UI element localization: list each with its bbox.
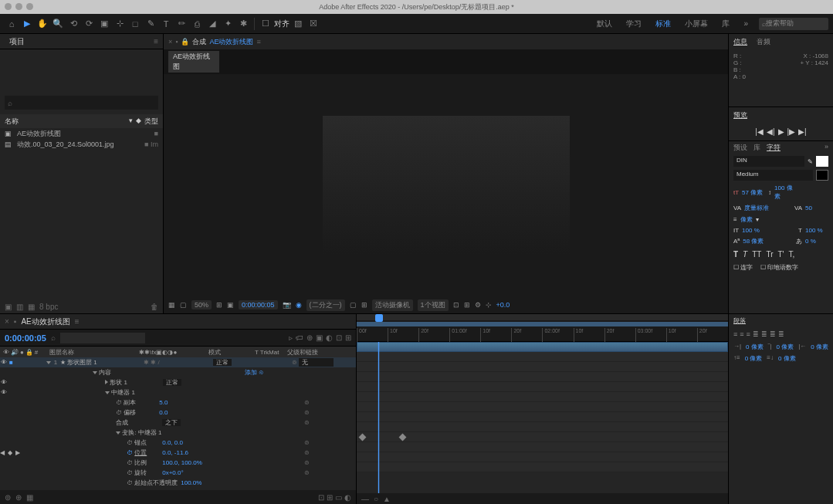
- workspace-more-icon[interactable]: »: [740, 19, 751, 28]
- superscript-button[interactable]: T': [778, 250, 784, 259]
- snap-checkbox[interactable]: ☐: [259, 17, 273, 31]
- type-tool[interactable]: T: [159, 17, 173, 31]
- stroke-color-swatch[interactable]: [816, 170, 828, 181]
- shape-mode-dropdown[interactable]: 正常: [163, 379, 181, 386]
- pen-tool[interactable]: ✎: [144, 17, 157, 31]
- italic-button[interactable]: T: [743, 250, 747, 259]
- blend-mode-dropdown[interactable]: 正常: [213, 359, 232, 366]
- indent-first-value[interactable]: 0 像素: [777, 343, 794, 351]
- solo-column-icon[interactable]: ●: [20, 349, 24, 356]
- timeline-search-input[interactable]: [60, 333, 145, 343]
- justify-all-icon[interactable]: ≣: [778, 330, 784, 338]
- parent-column[interactable]: 父级和链接: [287, 348, 356, 357]
- stopwatch-icon[interactable]: ⏱: [127, 459, 133, 466]
- current-timecode[interactable]: 0:00:00:05: [5, 333, 46, 343]
- mask-icon[interactable]: ▢: [180, 301, 187, 309]
- home-icon[interactable]: ⌂: [5, 17, 19, 31]
- keyframe-icon[interactable]: [359, 434, 367, 441]
- project-item[interactable]: ▣ AE动效折线图 ■: [0, 128, 163, 139]
- toggle-modes-icon[interactable]: ⊞: [327, 493, 333, 502]
- composition-viewer[interactable]: [164, 74, 728, 296]
- subscript-button[interactable]: T,: [789, 250, 795, 259]
- tl-icon-6[interactable]: ⊡: [336, 333, 342, 342]
- property-row[interactable]: 合成 之下 ⊚: [0, 418, 356, 428]
- toggle-render-icon[interactable]: ◐: [344, 493, 351, 502]
- leading-value[interactable]: 100 像素: [774, 184, 797, 201]
- fill-icon[interactable]: ▧: [291, 17, 305, 31]
- comp-lock2-icon[interactable]: 🔒: [181, 38, 189, 46]
- lock-column-icon[interactable]: 🔒: [25, 349, 33, 356]
- stopwatch-icon[interactable]: ⏱: [116, 399, 122, 406]
- timeline-comp-tab[interactable]: AE动效折线图: [21, 316, 69, 327]
- workspace-learn[interactable]: 学习: [623, 19, 645, 29]
- workspace-standard[interactable]: 标准: [652, 19, 674, 29]
- smallcaps-button[interactable]: Tr: [766, 250, 773, 259]
- project-tab[interactable]: 项目: [5, 36, 29, 47]
- rotate-tool[interactable]: ⟳: [82, 17, 96, 31]
- scale-value[interactable]: 100.0, 100.0%: [162, 459, 202, 466]
- project-item[interactable]: ▤ 动效.00_03_20_24.Sol0001.jpg ■ Im: [0, 139, 163, 150]
- mode-column[interactable]: 模式: [208, 348, 255, 357]
- library-tab[interactable]: 库: [753, 143, 760, 153]
- stopwatch-icon[interactable]: ⏱: [127, 469, 133, 476]
- last-frame-icon[interactable]: ▶|: [798, 127, 807, 136]
- ligatures-checkbox[interactable]: ☐ 连字: [733, 263, 753, 272]
- preview-tab[interactable]: 预览: [733, 110, 747, 120]
- bpc-toggle[interactable]: 8 bpc: [39, 303, 58, 311]
- layer-name-column[interactable]: 图层名称: [46, 348, 139, 357]
- paragraph-tab[interactable]: 段落: [729, 314, 833, 327]
- anchor-tool[interactable]: ⊹: [113, 17, 127, 31]
- panel-menu-icon[interactable]: ≡: [154, 37, 158, 46]
- search-help-input[interactable]: ⌕ 搜索帮助: [759, 18, 828, 30]
- space-after-value[interactable]: 0 像素: [778, 354, 796, 363]
- trkmat-column[interactable]: T TrkMat: [255, 349, 287, 356]
- tl-icon-5[interactable]: ◐: [326, 333, 333, 342]
- prev-frame-icon[interactable]: ◀|: [767, 127, 775, 136]
- current-time[interactable]: 0:00:00:05: [239, 300, 278, 310]
- timeline-tracks[interactable]: 00f 10f 20f 01:00f 10f 20f 02:00f 10f 20…: [357, 314, 728, 504]
- composition-tab[interactable]: 合成 AE动效折线图 ≡: [192, 37, 260, 47]
- baseline-value[interactable]: 58 像素: [743, 237, 766, 245]
- property-row[interactable]: 👁 形状 1 正常: [0, 377, 356, 387]
- vscale-value[interactable]: 100 %: [742, 227, 765, 234]
- copies-value[interactable]: 5.0: [159, 399, 168, 406]
- close-tab-icon[interactable]: ×: [5, 317, 9, 326]
- comp-lock-icon[interactable]: ▪: [175, 38, 178, 46]
- resolution-dropdown[interactable]: (二分之一): [306, 299, 345, 311]
- playhead-line[interactable]: [378, 342, 379, 493]
- tl-footer-icon2[interactable]: ⊕: [15, 493, 22, 502]
- keyframe-icon[interactable]: [399, 434, 407, 441]
- indent-right-value[interactable]: 0 像素: [811, 343, 828, 351]
- property-row[interactable]: ⏱ 锚点 0.0, 0.0 ⊚: [0, 438, 356, 448]
- property-row[interactable]: ⏱ 旋转 0x+0.0° ⊚: [0, 468, 356, 478]
- allcaps-button[interactable]: TT: [752, 250, 761, 259]
- snapshot-icon[interactable]: 📷: [283, 301, 291, 309]
- property-row[interactable]: ⏱ 比例 100.0, 100.0% ⊚: [0, 458, 356, 468]
- play-icon[interactable]: ▶: [778, 127, 784, 136]
- add-shape-button[interactable]: 添加 ⊙: [245, 368, 263, 377]
- property-row[interactable]: 变换: 中继器 1: [0, 428, 356, 438]
- chevron-down-icon[interactable]: ▾: [129, 117, 133, 127]
- stroke-icon[interactable]: ☒: [306, 17, 320, 31]
- view-icon2[interactable]: ⊞: [464, 301, 470, 309]
- character-tab[interactable]: 字符: [767, 143, 781, 153]
- lock-icon[interactable]: ×: [168, 38, 172, 46]
- window-min-icon[interactable]: [15, 3, 22, 10]
- property-row[interactable]: ⏱ 偏移 0.0 ⊚: [0, 408, 356, 418]
- hscale-value[interactable]: 100 %: [805, 227, 828, 234]
- hindi-checkbox[interactable]: ☐ 印地语数字: [760, 263, 798, 272]
- interpret-icon[interactable]: ▣: [5, 303, 12, 311]
- roto-tool[interactable]: ✦: [221, 17, 235, 31]
- tl-icon-1[interactable]: ▹: [289, 333, 293, 342]
- indent-left-value[interactable]: 0 像素: [746, 343, 764, 351]
- new-comp-icon[interactable]: ▦: [28, 303, 35, 311]
- puppet-tool[interactable]: ✱: [236, 17, 250, 31]
- audio-tab[interactable]: 音频: [757, 37, 770, 47]
- property-row[interactable]: ⏱ 副本 5.0 ⊚: [0, 397, 356, 408]
- stopwatch-icon[interactable]: ⏱: [127, 479, 133, 486]
- layer-name[interactable]: 形状图层 1: [67, 358, 97, 367]
- tsume-value[interactable]: 0 %: [805, 238, 828, 245]
- font-family-dropdown[interactable]: DIN: [733, 156, 804, 167]
- search-icon[interactable]: ⌕: [51, 333, 56, 342]
- tl-icon-7[interactable]: ⊞: [345, 333, 351, 342]
